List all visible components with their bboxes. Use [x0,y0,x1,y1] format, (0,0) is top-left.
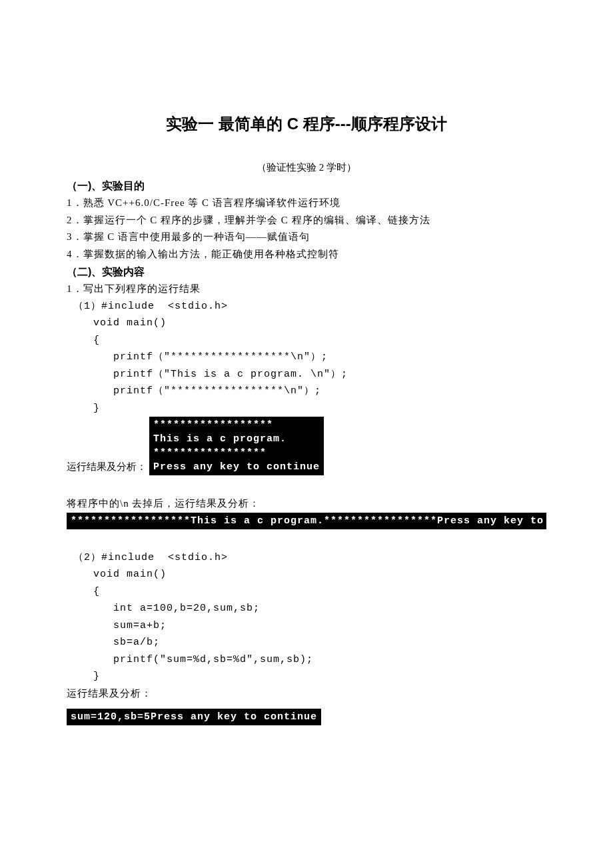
code1-line: } [67,400,546,417]
code2-line: sum=a+b; [67,617,546,635]
goal-item: 1．熟悉 VC++6.0/C-Free 等 C 语言程序编译软件运行环境 [67,195,546,212]
section-2-heading: （二)、实验内容 [67,265,546,279]
code2-line: { [67,583,546,601]
experiment-title: 实验一 最简单的 C 程序---顺序程序设计 [67,113,546,135]
document-page: 实验一 最简单的 C 程序---顺序程序设计 （验证性实验 2 学时） （一)、… [0,0,613,765]
code1-line: void main() [67,315,546,332]
code2-line: printf("sum=%d,sb=%d",sum,sb); [67,651,546,669]
goal-item: 2．掌握运行一个 C 程序的步骤，理解并学会 C 程序的编辑、编译、链接方法 [67,212,546,229]
section-1-heading: （一)、实验目的 [67,179,546,193]
code2-line: sb=a/b; [67,634,546,651]
code1-line: printf（"*****************\n"）; [67,383,546,400]
result-label: 运行结果及分析： [67,459,149,476]
code1-line: printf（"******************\n"）; [67,349,546,366]
result-label-2: 运行结果及分析： [67,685,546,703]
experiment-subtitle: （验证性实验 2 学时） [67,161,546,174]
goal-item: 3．掌握 C 语言中使用最多的一种语句——赋值语句 [67,229,546,246]
code1-line: { [67,332,546,349]
console-output-1b: ******************This is a c program.**… [67,513,546,529]
code2-line: } [67,668,546,685]
code1-line: printf（"This is a c program. \n"）; [67,366,546,383]
console-output-2: sum=120,sb=5Press any key to continue [67,709,321,725]
code2-line: void main() [67,566,546,583]
goal-item: 4．掌握数据的输入输出方法，能正确使用各种格式控制符 [67,246,546,263]
console-output-1: ****************** This is a c program. … [149,417,324,475]
code1-line: （1）#include <stdio.h> [67,298,546,315]
code2-line: int a=100,b=20,sum,sb; [67,600,546,617]
task-header: 1．写出下列程序的运行结果 [67,281,546,298]
code2-line: （2）#include <stdio.h> [67,549,546,567]
remove-newline-note: 将程序中的\n 去掉后，运行结果及分析： [67,495,546,513]
result-row-1: 运行结果及分析： ****************** This is a c … [67,417,546,475]
